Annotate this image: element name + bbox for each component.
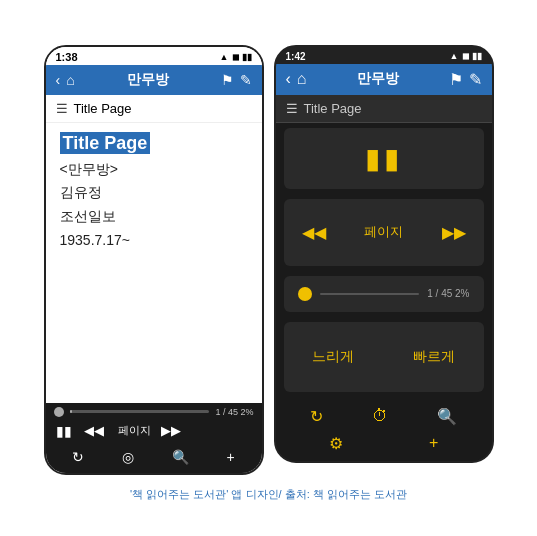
progress-bar-bg-left <box>70 410 210 413</box>
content-line-4: 1935.7.17~ <box>60 229 248 253</box>
icon-row-right-2: ⚙ + <box>276 430 492 457</box>
progress-dot-left <box>54 407 64 417</box>
status-icons-right: ▲ ◼ ▮▮ <box>450 51 482 61</box>
slider-dot[interactable] <box>298 287 312 301</box>
caption-highlight: '책 읽어주는 도서관' <box>130 488 228 500</box>
menu-icon-left[interactable]: ☰ <box>56 101 68 116</box>
page-label-right: 페이지 <box>344 223 424 241</box>
settings-icon-right[interactable]: ⚙ <box>329 434 343 453</box>
slider-track[interactable] <box>320 293 420 295</box>
content-line-3: 조선일보 <box>60 205 248 229</box>
slow-speed-button[interactable]: 느리게 <box>284 336 384 378</box>
left-phone: 1:38 ▲ ◼ ▮▮ ‹ ⌂ 만무방 ⚑ ✎ ☰ Title Page Tit… <box>44 45 264 475</box>
forward-button-left[interactable]: ▶▶ <box>159 421 183 440</box>
bottom-bar-left: 1 / 45 2% ▮▮ ◀◀ 페이지 ▶▶ ↻ ◎ 🔍 + <box>46 403 262 473</box>
plus-icon-left[interactable]: + <box>226 449 234 465</box>
progress-bar-fill-left <box>70 410 73 413</box>
nav-title-right: 만무방 <box>313 70 443 88</box>
status-bar-left: 1:38 ▲ ◼ ▮▮ <box>46 47 262 65</box>
clock-icon-right[interactable]: ⏱ <box>372 407 388 425</box>
icon-row-right-1: ↻ ⏱ 🔍 <box>276 403 492 430</box>
controls-row-left: ▮▮ ◀◀ 페이지 ▶▶ <box>54 421 254 441</box>
fast-speed-button[interactable]: 빠르게 <box>384 336 484 378</box>
plus-icon-right[interactable]: + <box>429 434 438 452</box>
slider-panel: 1 / 45 2% <box>284 276 484 312</box>
title-page-label-left: Title Page <box>74 101 132 116</box>
bookmark-icon-left[interactable]: ⚑ <box>221 72 234 88</box>
bottom-icons-right: ↻ ⏱ 🔍 ⚙ + <box>276 397 492 461</box>
circle-icon-left[interactable]: ◎ <box>122 449 134 465</box>
content-line-1: <만무방> <box>60 158 248 182</box>
highlighted-title: Title Page <box>60 132 151 154</box>
bottom-icons-row-left: ↻ ◎ 🔍 + <box>54 445 254 469</box>
back-icon-right[interactable]: ‹ <box>286 70 291 88</box>
status-time-right: 1:42 <box>286 51 306 62</box>
home-icon-right[interactable]: ⌂ <box>297 70 307 88</box>
content-text-left: <만무방> 김유정 조선일보 1935.7.17~ <box>60 158 248 253</box>
menu-icon-right[interactable]: ☰ <box>286 101 298 116</box>
forward-btn-right[interactable]: ▶▶ <box>424 213 484 252</box>
nav-controls-panel: ◀◀ 페이지 ▶▶ <box>284 199 484 266</box>
nav-bar-left: ‹ ⌂ 만무방 ⚑ ✎ <box>46 65 262 95</box>
bookmark-icon-right[interactable]: ⚑ <box>449 70 463 89</box>
rewind-button-left[interactable]: ◀◀ <box>82 421 106 440</box>
home-icon-left[interactable]: ⌂ <box>66 72 74 88</box>
search-icon-right[interactable]: 🔍 <box>437 407 457 426</box>
nav-bar-right: ‹ ⌂ 만무방 ⚑ ✎ <box>276 64 492 95</box>
caption-text: 앱 디자인/ 출처: 책 읽어주는 도서관 <box>231 488 406 500</box>
content-line-2: 김유정 <box>60 181 248 205</box>
pause-button-left[interactable]: ▮▮ <box>54 421 74 441</box>
page-button-left[interactable]: 페이지 <box>118 423 151 438</box>
play-pause-panel: ▮▮ <box>284 128 484 189</box>
media-area: ▮▮ ◀◀ 페이지 ▶▶ 1 / 45 2% 느리게 빠르게 <box>276 123 492 397</box>
caption: '책 읽어주는 도서관' 앱 디자인/ 출처: 책 읽어주는 도서관 <box>130 487 407 502</box>
slider-label: 1 / 45 2% <box>427 288 469 299</box>
title-row-left: ☰ Title Page <box>46 95 262 123</box>
speed-panel: 느리게 빠르게 <box>284 322 484 392</box>
refresh-icon-left[interactable]: ↻ <box>72 449 84 465</box>
status-time-left: 1:38 <box>56 51 78 63</box>
refresh-icon-right[interactable]: ↻ <box>310 407 323 426</box>
status-icons-left: ▲ ◼ ▮▮ <box>220 52 252 62</box>
right-phone: 1:42 ▲ ◼ ▮▮ ‹ ⌂ 만무방 ⚑ ✎ ☰ Title Page ▮▮ <box>274 45 494 463</box>
content-highlight-left: Title Page <box>60 133 248 154</box>
back-icon-left[interactable]: ‹ <box>56 72 61 88</box>
page-label-left: 페이지 <box>118 423 151 438</box>
rewind-btn-right[interactable]: ◀◀ <box>284 213 344 252</box>
content-area-left: Title Page <만무방> 김유정 조선일보 1935.7.17~ <box>46 123 262 403</box>
nav-title-left: 만무방 <box>81 71 215 89</box>
status-bar-right: 1:42 ▲ ◼ ▮▮ <box>276 47 492 64</box>
search-icon-left[interactable]: 🔍 <box>172 449 189 465</box>
progress-row-left: 1 / 45 2% <box>54 407 254 417</box>
title-row-right: ☰ Title Page <box>276 95 492 123</box>
edit-icon-right[interactable]: ✎ <box>469 70 482 89</box>
title-page-label-right: Title Page <box>304 101 362 116</box>
edit-icon-left[interactable]: ✎ <box>240 72 252 88</box>
progress-label-left: 1 / 45 2% <box>215 407 253 417</box>
pause-icon-right[interactable]: ▮▮ <box>365 142 403 175</box>
